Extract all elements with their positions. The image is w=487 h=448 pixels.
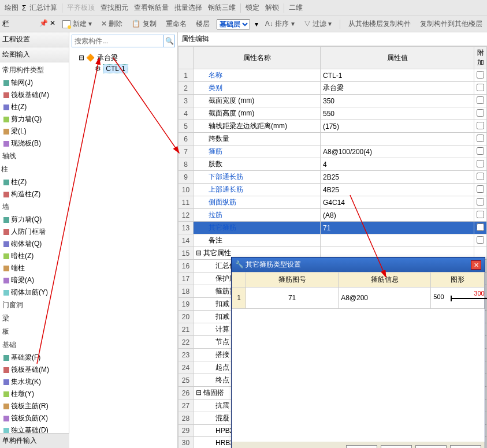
- component-tree: ⊟ 🔶 承台梁 ⚙ CTL-1: [69, 50, 177, 76]
- tree-item[interactable]: 暗梁(A): [1, 274, 68, 286]
- tree-item[interactable]: 筏板基础(M): [1, 89, 68, 101]
- layer-select[interactable]: 基础层: [217, 19, 250, 29]
- tree-child-ctl1[interactable]: ⚙ CTL-1: [70, 64, 176, 73]
- extra-checkbox[interactable]: [477, 223, 484, 231]
- property-row[interactable]: 6跨数量: [179, 133, 487, 145]
- extra-checkbox[interactable]: [477, 122, 484, 129]
- tree-item[interactable]: 柱(Z): [1, 101, 68, 113]
- dialog-title: 🔧 其它箍筋类型设置: [235, 260, 301, 270]
- group-column: 柱: [1, 163, 68, 176]
- accordion-drawing-input[interactable]: 绘图输入: [0, 47, 69, 62]
- tree-root[interactable]: ⊟ 🔶 承台梁: [70, 52, 176, 64]
- tb-copy[interactable]: 📋 复制: [129, 18, 158, 30]
- tree-item[interactable]: 剪力墙(Q): [1, 113, 68, 125]
- property-row[interactable]: 14备注: [179, 234, 487, 247]
- search-input[interactable]: [72, 35, 164, 47]
- tb-flat[interactable]: 平齐板顶: [65, 2, 97, 14]
- tb-sort[interactable]: A↓ 排序 ▾: [263, 18, 297, 30]
- tree-item[interactable]: 砌体加筋(Y): [1, 286, 68, 298]
- tree-item[interactable]: 柱(Z): [1, 176, 68, 188]
- extra-checkbox[interactable]: [477, 185, 484, 193]
- tb-unlock[interactable]: 解锁: [263, 2, 281, 14]
- tree-item[interactable]: 人防门框墙: [1, 226, 68, 238]
- tb-new[interactable]: 新建 ▾: [60, 18, 94, 30]
- property-row[interactable]: 7箍筋A8@100/200(4): [179, 145, 487, 158]
- stirrup-graphic-cell[interactable]: 500 300: [431, 288, 485, 309]
- group-axis: 轴线: [1, 150, 68, 163]
- tree-item[interactable]: 筏板主筋(R): [1, 400, 68, 412]
- tree-item[interactable]: 轴网(J): [1, 77, 68, 89]
- dialog-delete-button[interactable]: 删除: [381, 445, 412, 448]
- dialog-cancel-button[interactable]: 取消: [450, 445, 481, 448]
- property-row[interactable]: 1名称CTL-1: [179, 69, 487, 82]
- close-icon[interactable]: ✕: [471, 260, 481, 270]
- stirrup-grid: 箍筋图号 箍筋信息 图形 1 71 A8@200 500: [232, 272, 485, 309]
- property-row[interactable]: 5轴线距梁左边线距离(mm)(175): [179, 120, 487, 133]
- dialog-new-button[interactable]: 新建: [346, 445, 377, 448]
- extra-checkbox[interactable]: [477, 147, 484, 155]
- accordion-project-settings[interactable]: 工程设置: [0, 32, 69, 47]
- tb-filter[interactable]: ▽ 过滤 ▾: [302, 18, 334, 30]
- extra-checkbox[interactable]: [477, 198, 484, 206]
- tb-2d[interactable]: 二维: [287, 2, 305, 14]
- tree-item[interactable]: 暗柱(Z): [1, 250, 68, 262]
- tree-item[interactable]: 基础梁(F): [1, 352, 68, 364]
- tb-batch[interactable]: 批量选择: [172, 2, 205, 14]
- search-button[interactable]: 🔍: [164, 35, 175, 47]
- pin-icon[interactable]: 📌 ✕: [39, 19, 55, 29]
- extra-checkbox[interactable]: [477, 173, 484, 180]
- tree-item[interactable]: 筏板负筋(X): [1, 412, 68, 424]
- footer-single-input[interactable]: 单构件输入: [0, 433, 69, 448]
- tb-draw[interactable]: 绘图: [2, 2, 21, 14]
- col-stirrup-num: 箍筋图号: [246, 272, 339, 288]
- extra-checkbox[interactable]: [477, 96, 484, 104]
- tb-copy-to[interactable]: 复制构件到其他楼层: [418, 18, 485, 30]
- col-value: 属性值: [321, 47, 474, 69]
- tree-item[interactable]: 梁(L): [1, 125, 68, 137]
- tb-3d[interactable]: 钢筋三维: [206, 2, 238, 14]
- tree-item[interactable]: 柱墩(Y): [1, 388, 68, 400]
- group-foundation: 基础: [1, 338, 68, 352]
- tree-item[interactable]: 砌体墙(Q): [1, 238, 68, 250]
- extra-checkbox[interactable]: [477, 135, 484, 142]
- col-graphic: 图形: [431, 272, 485, 288]
- property-row[interactable]: 8肢数4: [179, 158, 487, 171]
- property-row[interactable]: 3截面宽度 (mm)350: [179, 95, 487, 107]
- tb-floor[interactable]: 楼层: [194, 18, 212, 30]
- extra-checkbox[interactable]: [477, 71, 484, 79]
- stirrup-info-cell[interactable]: A8@200: [339, 288, 431, 309]
- tree-item[interactable]: 现浇板(B): [1, 137, 68, 150]
- property-row[interactable]: 9下部通长筋2B25: [179, 171, 487, 184]
- tree-item[interactable]: 筏板基础(M): [1, 364, 68, 376]
- extra-checkbox[interactable]: [477, 211, 484, 218]
- stirrup-row[interactable]: 1 71 A8@200 500 300: [232, 288, 485, 309]
- property-tab[interactable]: 属性编辑: [178, 32, 487, 46]
- extra-checkbox[interactable]: [477, 236, 484, 244]
- property-row[interactable]: 4截面高度 (mm)550: [179, 107, 487, 120]
- extra-checkbox[interactable]: [477, 109, 484, 117]
- property-row[interactable]: 2类别承台梁: [179, 82, 487, 95]
- tb-copy-from[interactable]: 从其他楼层复制构件: [346, 18, 413, 30]
- property-row[interactable]: 12拉筋(A8): [179, 209, 487, 222]
- tb-view-rebar[interactable]: 查看钢筋量: [132, 2, 171, 14]
- property-row[interactable]: 13其它箍筋71: [179, 222, 487, 234]
- tb-sum[interactable]: 汇总计算: [27, 2, 60, 14]
- tree-item[interactable]: 端柱: [1, 262, 68, 274]
- group-door: 门窗洞: [1, 298, 68, 312]
- group-common: 常用构件类型: [1, 64, 68, 77]
- tree-item[interactable]: 剪力墙(Q): [1, 214, 68, 226]
- extra-checkbox[interactable]: [477, 160, 484, 167]
- property-row[interactable]: 11侧面纵筋G4C14: [179, 196, 487, 209]
- dialog-ok-button[interactable]: 确定: [415, 445, 447, 448]
- tb-delete[interactable]: ✕ 删除: [99, 18, 125, 30]
- property-row[interactable]: 10上部通长筋4B25: [179, 184, 487, 196]
- tree-item[interactable]: 集水坑(K): [1, 376, 68, 388]
- stirrup-num-cell[interactable]: 71: [246, 288, 339, 309]
- component-type-tree: 常用构件类型 轴网(J)筏板基础(M)柱(Z)剪力墙(Q)梁(L)现浇板(B) …: [0, 62, 69, 448]
- group-wall: 墙: [1, 200, 68, 214]
- tree-item[interactable]: 构造柱(Z): [1, 188, 68, 200]
- tb-rename[interactable]: 重命名: [163, 18, 189, 30]
- tb-find[interactable]: 查找图元: [98, 2, 131, 14]
- tb-lock[interactable]: 锁定: [243, 2, 262, 14]
- extra-checkbox[interactable]: [477, 84, 484, 91]
